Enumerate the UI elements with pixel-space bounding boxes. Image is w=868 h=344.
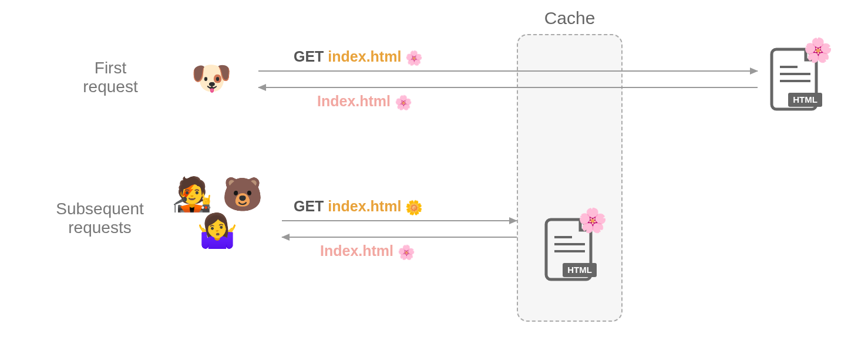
subsequent-request-arrow [282,220,517,221]
flower-icon: 🌼 [405,200,423,216]
flower-icon: 🌸 [803,36,833,64]
svg-text:HTML: HTML [567,265,592,275]
cache-title: Cache [517,8,623,28]
cache-html-doc: HTML 🌸 [544,217,598,282]
first-request-arrow [258,70,758,72]
subsequent-client-emojis: 🧑‍🎤 🐻 🤷‍♀️ [159,176,276,248]
subsequent-request-file: index.html [328,198,401,214]
first-response-arrow-label: Index.html 🌸 [317,93,412,111]
first-request-arrow-label: GET index.html 🌸 [294,48,423,66]
subsequent-request-method: GET [294,198,324,214]
subsequent-request-label: Subsequent requests [29,200,170,237]
first-client-emoji: 🐶 [176,59,247,97]
server-html-doc: HTML 🌸 [769,47,823,112]
flower-icon: 🌸 [405,50,423,66]
subsequent-response-file: Index.html [320,242,393,259]
subsequent-request-arrow-label: GET index.html 🌼 [294,198,423,216]
first-request-label: First request [52,59,169,96]
subsequent-response-arrow [282,237,517,238]
first-request-method: GET [294,48,324,65]
first-response-file: Index.html [317,93,391,109]
svg-text:HTML: HTML [793,95,817,104]
flower-icon: 🌸 [395,95,412,111]
subsequent-response-arrow-label: Index.html 🌸 [320,242,415,261]
flower-icon: 🌸 [578,207,607,234]
first-request-file: index.html [328,48,401,65]
flower-icon: 🌸 [398,244,415,261]
first-response-arrow [258,87,758,88]
